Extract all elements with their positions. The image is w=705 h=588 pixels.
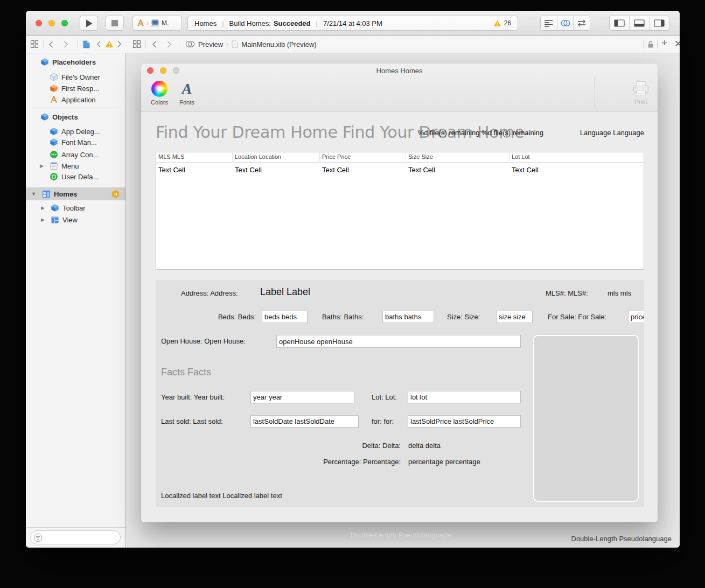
sidebar-item-app-delegate[interactable]: App Deleg...	[26, 125, 125, 137]
homes-app-preview-window: Homes Homes Colors A Fonts	[141, 64, 658, 522]
standard-editor-icon	[544, 19, 553, 27]
close-editor-button[interactable]: ✕	[674, 39, 680, 48]
column-header-location[interactable]: Location Location	[235, 153, 281, 160]
toggle-debug-area-button[interactable]	[630, 16, 650, 30]
sidebar-item-view[interactable]: ▶ View	[26, 214, 125, 226]
toggle-navigator-button[interactable]	[610, 16, 630, 30]
for-label: for: for:	[372, 417, 394, 425]
stop-icon	[111, 20, 118, 26]
preview-editor-canvas: Homes Homes Colors A Fonts	[126, 53, 680, 548]
disclosure-triangle-icon[interactable]: ▼	[31, 191, 36, 197]
filter-icon	[33, 533, 43, 542]
beds-field[interactable]: beds beds	[262, 311, 308, 323]
document-outline-navigator: Placeholders File's Owner First Resp... …	[26, 53, 126, 548]
toggle-utilities-button[interactable]	[650, 16, 669, 30]
sidebar-item-files-owner[interactable]: File's Owner	[26, 71, 125, 83]
editor-forward-button[interactable]	[167, 39, 172, 49]
preview-language-selector[interactable]: Double-Length Pseudolanguage	[571, 535, 672, 543]
beds-label: Beds: Beds:	[170, 313, 256, 321]
plus-icon: +	[661, 37, 667, 49]
close-traffic-light[interactable]	[36, 20, 42, 26]
close-icon: ✕	[674, 38, 680, 50]
screenshot-stage: › M. Homes | Build Homes: Succeeded | 7/…	[0, 0, 705, 588]
scheme-target-label: M.	[162, 19, 169, 27]
assistant-editor-button[interactable]	[557, 16, 574, 30]
lot-field[interactable]: lot lot	[408, 391, 521, 403]
array-controller-icon	[50, 150, 58, 159]
chevron-right-icon	[117, 41, 122, 47]
delta-label: Delta: Delta:	[293, 442, 401, 450]
column-header-price[interactable]: Price Price	[322, 153, 351, 160]
colors-toolbar-button[interactable]: Colors	[145, 81, 173, 106]
next-issue-button[interactable]	[117, 39, 122, 49]
scheme-selector[interactable]: › M.	[132, 16, 182, 31]
view-icon	[51, 216, 59, 224]
issue-file-button[interactable]	[83, 39, 90, 49]
table-header: MLS MLS Location Location Price Price Si…	[156, 152, 644, 163]
openhouse-label: Open House: Open House:	[161, 337, 246, 345]
breadcrumb-file[interactable]: MainMenu.xib (Preview)	[241, 40, 316, 48]
mac-device-icon	[150, 19, 160, 27]
standard-editor-button[interactable]	[541, 16, 557, 30]
cube-icon	[51, 204, 59, 212]
wire-cube-icon	[50, 73, 58, 81]
issue-indicator[interactable]	[105, 39, 114, 49]
openhouse-field[interactable]: openHouse openHouse	[276, 335, 521, 348]
stop-button[interactable]	[106, 16, 124, 31]
column-header-lot[interactable]: Lot Lot	[512, 153, 530, 160]
add-editor-button[interactable]: +	[661, 38, 667, 48]
disclosure-triangle-icon[interactable]: ▶	[41, 217, 45, 222]
filter-field[interactable]	[30, 530, 121, 544]
lock-button[interactable]	[647, 39, 654, 49]
sidebar-item-first-responder[interactable]: First Resp...	[26, 82, 125, 94]
printer-icon	[632, 81, 650, 97]
utilities-panel-icon	[654, 19, 665, 27]
print-toolbar-button[interactable]: Print	[626, 81, 656, 105]
preview-mode-icon[interactable]	[185, 40, 195, 48]
orange-cube-icon	[50, 84, 58, 93]
lastsold-field[interactable]: lastSoldDate lastSoldDate	[250, 415, 359, 428]
zoom-traffic-light[interactable]	[61, 20, 68, 26]
percentage-value: percentage percentage	[408, 458, 480, 466]
mls-label: MLS#: MLS#:	[546, 289, 588, 297]
warning-badge[interactable]: 26	[493, 19, 511, 27]
size-field[interactable]: size size	[496, 311, 533, 323]
photo-image-well[interactable]	[533, 335, 639, 502]
sidebar-item-objects[interactable]: Objects	[26, 111, 125, 123]
editor-back-button[interactable]	[152, 39, 157, 49]
sidebar-item-placeholders[interactable]: Placeholders	[26, 56, 125, 68]
sidebar-item-toolbar[interactable]: ▶ Toolbar	[26, 202, 125, 214]
status-timestamp: 7/21/14 at 4:03 PM	[323, 19, 382, 27]
mls-value: mls mls	[608, 289, 631, 297]
sidebar-item-array-controller[interactable]: Array Con...	[26, 149, 125, 160]
disclosure-triangle-icon[interactable]: ▶	[40, 163, 44, 169]
version-editor-icon	[577, 19, 587, 27]
for-field[interactable]: lastSoldPrice lastSoldPrice	[408, 415, 521, 428]
column-header-mls[interactable]: MLS MLS	[158, 153, 184, 160]
forsale-field[interactable]: price price	[628, 311, 644, 323]
run-button[interactable]	[80, 16, 98, 31]
version-editor-button[interactable]	[574, 16, 590, 30]
navigator-forward-button[interactable]	[64, 39, 68, 49]
xib-file-icon	[232, 40, 238, 48]
editor-related-items-button[interactable]	[132, 39, 141, 49]
minimize-traffic-light[interactable]	[48, 20, 55, 26]
breadcrumb-root[interactable]: Preview	[198, 40, 223, 48]
fonts-toolbar-button[interactable]: A Fonts	[174, 81, 199, 106]
sidebar-item-font-manager[interactable]: Font Man...	[26, 136, 125, 148]
column-header-size[interactable]: Size Size	[408, 153, 433, 160]
sidebar-item-menu[interactable]: ▶ Menu	[26, 160, 125, 172]
baths-field[interactable]: baths baths	[382, 311, 434, 323]
previous-issue-button[interactable]	[96, 39, 101, 49]
warning-icon	[493, 20, 501, 27]
assistant-editor-icon	[561, 19, 570, 27]
sidebar-item-user-defaults[interactable]: User Defa...	[26, 171, 125, 183]
related-items-button[interactable]	[30, 39, 39, 49]
sidebar-item-homes[interactable]: ▼ Homes	[26, 187, 125, 200]
disclosure-triangle-icon[interactable]: ▶	[41, 205, 45, 211]
language-popup-button[interactable]: Language Language	[580, 129, 644, 137]
sidebar-item-application[interactable]: Application	[26, 94, 125, 106]
navigator-back-button[interactable]	[48, 39, 53, 49]
jump-arrow-icon[interactable]	[111, 190, 120, 198]
yearbuilt-field[interactable]: year year	[250, 391, 354, 403]
